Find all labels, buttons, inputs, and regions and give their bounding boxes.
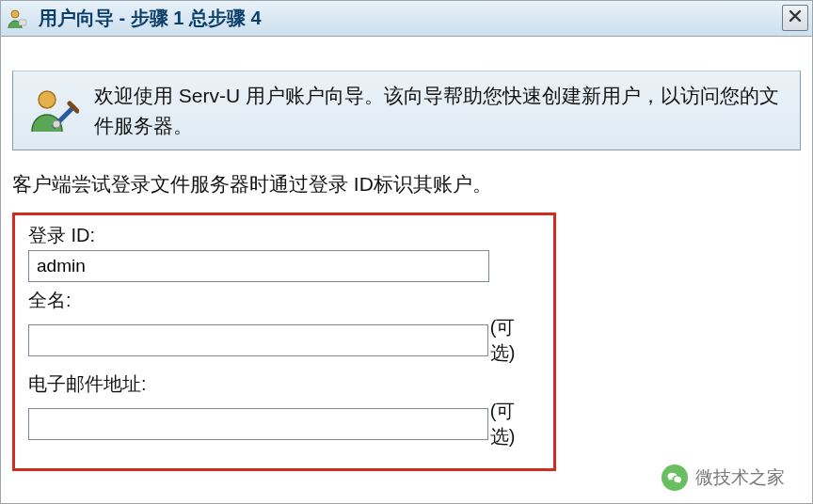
full-name-field: 全名: (可选)	[28, 288, 540, 366]
titlebar: 用户向导 - 步骤 1 总步骤 4	[1, 1, 812, 37]
wizard-icon	[26, 85, 79, 137]
app-icon	[7, 8, 29, 30]
svg-point-3	[53, 120, 60, 128]
email-input[interactable]	[28, 408, 488, 440]
email-field: 电子邮件地址: (可选)	[28, 371, 540, 449]
email-label: 电子邮件地址:	[28, 371, 540, 397]
watermark-text: 微技术之家	[695, 465, 785, 490]
login-id-field: 登录 ID:	[28, 223, 540, 282]
full-name-label: 全名:	[28, 288, 540, 313]
welcome-text: 欢迎使用 Serv-U 用户账户向导。该向导帮助您快速创建新用户，以访问您的文件…	[94, 81, 787, 140]
login-id-label: 登录 ID:	[28, 223, 540, 248]
full-name-input[interactable]	[28, 324, 488, 356]
svg-point-2	[39, 91, 56, 108]
window-title: 用户向导 - 步骤 1 总步骤 4	[39, 6, 262, 31]
description-text: 客户端尝试登录文件服务器时通过登录 ID标识其账户。	[1, 150, 812, 207]
email-optional: (可选)	[490, 399, 540, 449]
form-highlight-box: 登录 ID: 全名: (可选) 电子邮件地址: (可选)	[12, 213, 556, 471]
wechat-icon	[662, 465, 688, 491]
welcome-banner: 欢迎使用 Serv-U 用户账户向导。该向导帮助您快速创建新用户，以访问您的文件…	[12, 71, 801, 150]
login-id-input[interactable]	[28, 250, 489, 282]
watermark: 微技术之家	[662, 465, 785, 491]
wizard-window: 用户向导 - 步骤 1 总步骤 4 欢迎使用 Serv-U 用户账户向导。该向导…	[0, 0, 813, 504]
close-icon	[788, 8, 803, 27]
svg-point-0	[11, 10, 19, 18]
svg-rect-1	[19, 20, 26, 25]
full-name-optional: (可选)	[490, 315, 540, 366]
content-area: 欢迎使用 Serv-U 用户账户向导。该向导帮助您快速创建新用户，以访问您的文件…	[1, 71, 812, 471]
close-button[interactable]	[782, 5, 808, 31]
